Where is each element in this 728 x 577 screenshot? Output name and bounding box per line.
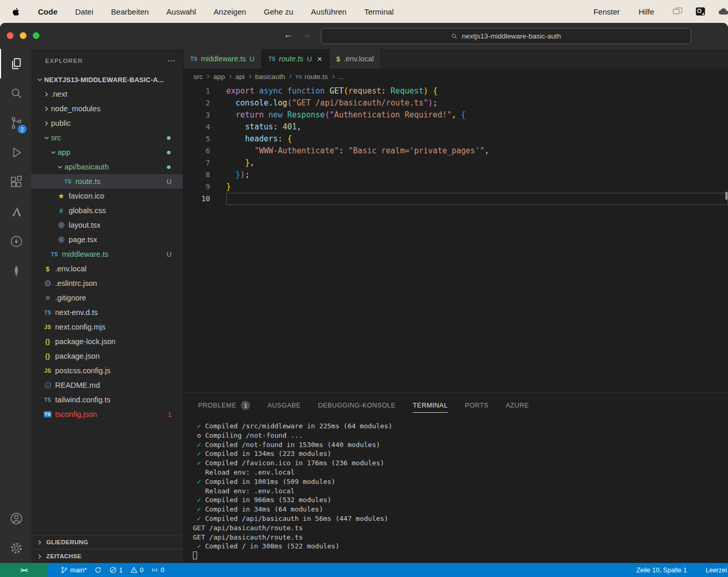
tree-item-src[interactable]: src — [31, 130, 183, 145]
code-line-8[interactable]: 8 }); — [184, 169, 728, 181]
tree-item-gitignore[interactable]: .gitignore — [31, 291, 183, 305]
status-ports[interactable]: 0 — [151, 566, 164, 574]
status-cursor-position[interactable]: Zeile 10, Spalte 1 — [636, 567, 687, 574]
tree-item-app[interactable]: app — [31, 145, 183, 160]
code-line-10[interactable]: 10 — [184, 193, 728, 205]
terminal-line: Reload env: .env.local — [193, 468, 728, 477]
status-sync[interactable] — [94, 566, 102, 574]
section-zeitachse[interactable]: ZEITACHSE — [31, 549, 183, 563]
line-number: 9 — [184, 181, 210, 193]
breadcrumb-item-[interactable]: ... — [339, 73, 344, 81]
tab-middleware-ts[interactable]: TSmiddleware.tsU — [184, 49, 262, 69]
menu-item-datei[interactable]: Datei — [67, 7, 102, 16]
menu-item-auswahl[interactable]: Auswahl — [158, 7, 205, 16]
tab-env-local[interactable]: $.env.local — [330, 49, 381, 69]
tree-item-public[interactable]: public — [31, 116, 183, 130]
zoom-window-button[interactable] — [33, 32, 40, 39]
tree-item-next[interactable]: .next — [31, 87, 183, 101]
tree-item-nextjs13-middleware-basic-a[interactable]: NEXTJS13-MIDDLEWARE-BASIC-A... — [31, 72, 183, 87]
breadcrumb-item-src[interactable]: src — [193, 73, 203, 81]
remote-indicator[interactable]: >< — [0, 563, 48, 577]
code-line-1[interactable]: 1export async function GET(request: Requ… — [184, 85, 728, 97]
tree-item-package-json[interactable]: {}package.json — [31, 349, 183, 363]
menu-item-hilfe[interactable]: Hilfe — [631, 7, 661, 16]
activity-settings-icon[interactable] — [0, 533, 31, 563]
terminal-output[interactable]: ✓ Compiled /src/middleware in 225ms (64 … — [184, 417, 728, 563]
macos-menu-bar: CodeDateiBearbeitenAuswahlAnzeigenGehe z… — [0, 0, 728, 23]
panel-tab-debugging-konsole[interactable]: DEBUGGING-KONSOLE — [318, 393, 396, 417]
breadcrumb-item-app[interactable]: app — [213, 73, 225, 81]
panel-tab-ausgabe[interactable]: AUSGABE — [267, 393, 301, 417]
code-editor[interactable]: 1export async function GET(request: Requ… — [184, 84, 728, 392]
panel-tab-terminal[interactable]: TERMINAL — [413, 393, 448, 417]
stage-windows-icon[interactable] — [671, 5, 684, 18]
code-line-6[interactable]: 6 "WWW-Authenticate": "Basic realm='priv… — [184, 145, 728, 157]
code-line-2[interactable]: 2 console.log("GET /api/basicauth/route.… — [184, 97, 728, 109]
apple-menu-icon[interactable] — [11, 6, 22, 17]
menu-item-ausf-hren[interactable]: Ausführen — [302, 7, 355, 16]
code-line-4[interactable]: 4 status: 401, — [184, 121, 728, 133]
tree-item-tsconfig-json[interactable]: TStsconfig.json1 — [31, 407, 183, 422]
activity-extensions-icon[interactable] — [0, 167, 31, 197]
env-file-icon: $ — [42, 265, 53, 273]
code-line-9[interactable]: 9} — [184, 181, 728, 193]
breadcrumb-item-route-ts[interactable]: TSroute.ts — [295, 73, 328, 81]
tree-item-tailwind-config-ts[interactable]: TStailwind.config.ts — [31, 392, 183, 407]
menu-item-code[interactable]: Code — [29, 7, 67, 16]
tree-item-api-basicauth[interactable]: api/basicauth — [31, 160, 183, 174]
activity-thunder-client-icon[interactable] — [0, 227, 31, 256]
code-line-5[interactable]: 5 headers: { — [184, 133, 728, 145]
tree-item-postcss-config-js[interactable]: JSpostcss.config.js — [31, 363, 183, 378]
tree-item-readme-md[interactable]: README.md — [31, 378, 183, 392]
menu-item-fenster[interactable]: Fenster — [586, 7, 627, 16]
activity-run-debug-icon[interactable] — [0, 138, 31, 167]
navigate-forward-icon[interactable]: → — [302, 29, 311, 41]
status-branch[interactable]: main* — [60, 566, 87, 574]
tree-item-globals-css[interactable]: #globals.css — [31, 203, 183, 218]
code-line-7[interactable]: 7 }, — [184, 157, 728, 169]
status-indentation[interactable]: Leerzei — [706, 567, 727, 574]
tree-item-next-env-d-ts[interactable]: TSnext-env.d.ts — [31, 305, 183, 320]
activity-mongodb-icon[interactable] — [0, 256, 31, 286]
tree-item-node-modules[interactable]: node_modules — [31, 101, 183, 116]
explorer-more-actions-icon[interactable]: ⋯ — [167, 56, 176, 65]
menu-item-anzeigen[interactable]: Anzeigen — [205, 7, 255, 16]
tab-route-ts[interactable]: TSroute.tsU× — [262, 49, 329, 69]
activity-azure-icon[interactable] — [0, 197, 31, 227]
close-tab-icon[interactable]: × — [317, 55, 322, 63]
section-gliederung[interactable]: GLIEDERUNG — [31, 535, 183, 549]
command-center-search[interactable]: nextjs13-middleware-basic-auth — [321, 28, 691, 44]
minimize-window-button[interactable] — [20, 32, 27, 39]
menu-item-terminal[interactable]: Terminal — [355, 7, 402, 16]
panel-tab-probleme[interactable]: PROBLEME1 — [198, 393, 250, 417]
tree-item-package-lock-json[interactable]: {}package-lock.json — [31, 334, 183, 349]
activity-explorer-icon[interactable] — [0, 49, 31, 78]
breadcrumb-item-api[interactable]: api — [236, 73, 245, 81]
tree-item-page-tsx[interactable]: page.tsx — [31, 232, 183, 247]
panel-tab-azure[interactable]: AZURE — [505, 393, 529, 417]
activity-source-control-icon[interactable]: 2 — [0, 108, 31, 138]
menu-item-gehe-zu[interactable]: Gehe zu — [255, 7, 302, 16]
menu-item-bearbeiten[interactable]: Bearbeiten — [102, 7, 158, 16]
tree-item-label: next-env.d.ts — [55, 308, 98, 317]
panel-tab-ports[interactable]: PORTS — [465, 393, 488, 417]
code-line-3[interactable]: 3 return new Response("Authentication Re… — [184, 109, 728, 121]
breadcrumb-item-basicauth[interactable]: basicauth — [255, 73, 285, 81]
status-warnings[interactable]: 0 — [130, 566, 144, 574]
tree-item-env-local[interactable]: $.env.local — [31, 261, 183, 276]
navigate-back-icon[interactable]: ← — [283, 29, 293, 41]
activity-search-icon[interactable] — [0, 78, 31, 108]
tree-item-middleware-ts[interactable]: TSmiddleware.tsU — [31, 247, 183, 261]
tree-item-label: app — [58, 148, 70, 156]
cloud-icon[interactable] — [717, 5, 728, 18]
tree-item-eslintrc-json[interactable]: .eslintrc.json — [31, 276, 183, 291]
tree-item-favicon-ico[interactable]: ★favicon.ico — [31, 189, 183, 203]
activity-accounts-icon[interactable] — [0, 504, 31, 533]
screen-capture-icon[interactable] — [694, 5, 707, 18]
tree-item-layout-tsx[interactable]: layout.tsx — [31, 218, 183, 232]
tree-item-next-config-mjs[interactable]: JSnext.config.mjs — [31, 320, 183, 334]
terminal-line: ✓ Compiled /not-found in 1530ms (440 mod… — [193, 440, 728, 450]
status-errors[interactable]: 1 — [109, 566, 123, 574]
close-window-button[interactable] — [7, 32, 14, 39]
tree-item-route-ts[interactable]: TSroute.tsU — [31, 174, 183, 189]
